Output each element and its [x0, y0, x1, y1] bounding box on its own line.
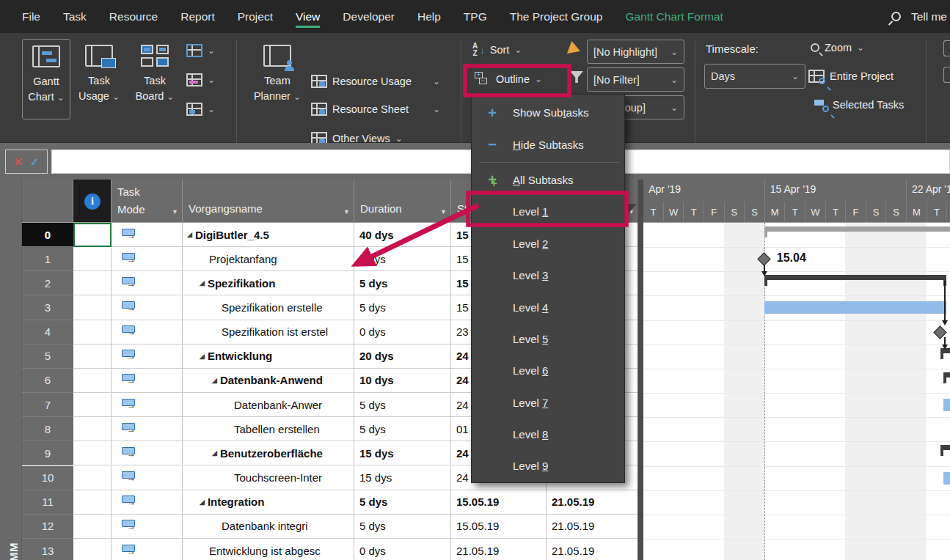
- expand-collapse-icon[interactable]: ◢: [212, 449, 217, 457]
- row-number[interactable]: 7: [22, 393, 73, 417]
- menu-item-hide-subtasks[interactable]: −Hide Subtasks: [472, 128, 624, 160]
- accept-entry-icon[interactable]: ✓: [30, 155, 40, 169]
- info-cell[interactable]: [73, 320, 112, 345]
- team-planner-button[interactable]: TeamPlanner ⌄: [249, 39, 305, 119]
- start-cell[interactable]: 15.05.19: [451, 515, 547, 539]
- sort-button[interactable]: AZ↓ Sort⌄: [472, 43, 522, 57]
- task-mode-header[interactable]: Task Mode▼: [112, 180, 183, 223]
- info-cell[interactable]: [73, 539, 112, 560]
- task-mode-cell[interactable]: →: [112, 441, 183, 465]
- info-cell[interactable]: [73, 345, 112, 369]
- duration-cell[interactable]: 10 dys: [354, 369, 451, 393]
- task-name-cell[interactable]: ◢Entwicklung: [183, 345, 354, 369]
- duration-cell[interactable]: 15 dys: [354, 441, 451, 465]
- cancel-entry-icon[interactable]: ✕: [13, 155, 23, 169]
- task-name-cell[interactable]: Projektanfang: [183, 247, 354, 271]
- task-name-cell[interactable]: Tabellen erstellen: [183, 417, 354, 441]
- resource-usage-button[interactable]: Resource Usage⌄: [311, 75, 440, 88]
- task-mode-cell[interactable]: →: [112, 271, 183, 295]
- task-bar[interactable]: [943, 472, 950, 485]
- task-bar[interactable]: [943, 399, 950, 411]
- task-mode-cell[interactable]: →: [112, 417, 183, 441]
- menubar-item-help[interactable]: Help: [417, 3, 441, 31]
- expand-collapse-icon[interactable]: ◢: [200, 498, 205, 506]
- info-cell[interactable]: [73, 393, 112, 417]
- menu-item-all-subtasks[interactable]: ++All Subtasks: [472, 164, 624, 196]
- info-cell[interactable]: [73, 417, 112, 441]
- filter-arrow-icon[interactable]: ▼: [440, 208, 447, 215]
- menubar-item-developer[interactable]: Developer: [343, 3, 395, 31]
- summary-bar[interactable]: [764, 226, 950, 232]
- resource-sheet-button[interactable]: Resource Sheet⌄: [311, 103, 440, 116]
- task-name-cell[interactable]: ◢DigiButler_4.5: [183, 223, 354, 247]
- menu-item-level-3[interactable]: Level 3: [472, 259, 624, 291]
- menu-item-level-7[interactable]: Level 7: [472, 387, 624, 419]
- duration-header[interactable]: Duration▼: [354, 180, 451, 223]
- menu-item-level-4[interactable]: Level 4: [472, 291, 624, 323]
- menubar-item-report[interactable]: Report: [180, 3, 215, 31]
- task-name-cell[interactable]: ◢Spezifikation: [183, 271, 354, 295]
- task-mode-cell[interactable]: →: [112, 369, 183, 393]
- menubar-item-tpg[interactable]: TPG: [464, 3, 487, 31]
- task-mode-cell[interactable]: →: [112, 295, 183, 320]
- menu-item-level-5[interactable]: Level 5: [472, 323, 624, 355]
- filter-dropdown[interactable]: [No Filter]⌄: [587, 67, 684, 92]
- task-name-cell[interactable]: ◢Integration: [183, 490, 354, 515]
- info-cell[interactable]: [73, 369, 112, 393]
- info-cell[interactable]: [73, 515, 112, 539]
- row-number[interactable]: 10: [22, 466, 73, 490]
- zoom-button[interactable]: Zoom⌄: [811, 42, 864, 54]
- duration-cell[interactable]: 40 dys: [354, 223, 451, 247]
- duration-cell[interactable]: 20 dys: [354, 345, 451, 369]
- duration-cell[interactable]: 5 dys: [354, 515, 451, 539]
- task-bar[interactable]: [764, 301, 946, 314]
- calendar-button[interactable]: ⌄: [186, 73, 215, 86]
- duration-cell[interactable]: 5 dys: [354, 393, 451, 417]
- name-header[interactable]: Vorgangsname▼: [183, 180, 354, 223]
- finish-cell[interactable]: 21.05.19: [547, 539, 639, 560]
- info-cell[interactable]: [73, 271, 112, 295]
- row-number[interactable]: 3: [22, 295, 73, 320]
- outline-button[interactable]: +− Outline⌄: [475, 71, 542, 87]
- row-number[interactable]: 13: [22, 539, 73, 560]
- menu-item-level-9[interactable]: Level 9: [472, 450, 624, 482]
- menubar-item-view[interactable]: View: [296, 3, 320, 31]
- menu-item-level-2[interactable]: Level 2: [472, 228, 624, 259]
- expand-collapse-icon[interactable]: ◢: [200, 279, 205, 287]
- row-number[interactable]: 2: [22, 271, 73, 295]
- duration-cell[interactable]: 0 dys: [354, 320, 451, 345]
- expand-collapse-icon[interactable]: ◢: [200, 353, 205, 360]
- tell-me-area[interactable]: Tell me: [891, 0, 950, 33]
- filter-arrow-icon[interactable]: ▼: [343, 208, 350, 215]
- menubar-item-file[interactable]: File: [22, 3, 40, 31]
- select-all-corner[interactable]: [22, 180, 73, 223]
- info-cell[interactable]: [73, 295, 112, 320]
- expand-collapse-icon[interactable]: ◢: [212, 377, 217, 384]
- menubar-item-resource[interactable]: Resource: [109, 3, 158, 31]
- task-mode-cell[interactable]: →: [112, 515, 183, 539]
- network-diagram-button[interactable]: ⌄: [186, 44, 215, 57]
- row-number[interactable]: 11: [22, 490, 73, 515]
- summary-bar[interactable]: [940, 445, 950, 450]
- menu-item-level-6[interactable]: Level 6: [472, 355, 624, 386]
- finish-cell[interactable]: 21.05.19: [547, 515, 639, 539]
- menu-item-level-8[interactable]: Level 8: [472, 419, 624, 450]
- task-mode-cell[interactable]: →: [112, 247, 183, 271]
- selected-tasks-button[interactable]: Selected Tasks: [814, 99, 904, 111]
- row-number[interactable]: 12: [22, 515, 73, 539]
- task-name-cell[interactable]: Entwicklung ist abgesc: [183, 539, 354, 560]
- row-number[interactable]: 1: [22, 247, 73, 271]
- finish-cell[interactable]: 21.05.19: [547, 490, 639, 515]
- highlight-dropdown[interactable]: [No Highlight]⌄: [587, 40, 684, 64]
- summary-bar[interactable]: [764, 275, 946, 280]
- row-number[interactable]: 6: [22, 369, 73, 393]
- task-board-button[interactable]: TaskBoard ⌄: [129, 39, 180, 119]
- menu-item-show-subtasks[interactable]: +Show Subtasks: [472, 97, 624, 128]
- tell-me-label[interactable]: Tell me: [911, 10, 947, 23]
- menubar-item-gantt-chart-format[interactable]: Gantt Chart Format: [625, 3, 723, 31]
- info-cell[interactable]: [73, 441, 112, 465]
- info-cell[interactable]: [73, 247, 112, 271]
- task-mode-cell[interactable]: →: [112, 223, 183, 247]
- menubar-item-project[interactable]: Project: [238, 3, 273, 31]
- task-mode-cell[interactable]: →: [112, 345, 183, 369]
